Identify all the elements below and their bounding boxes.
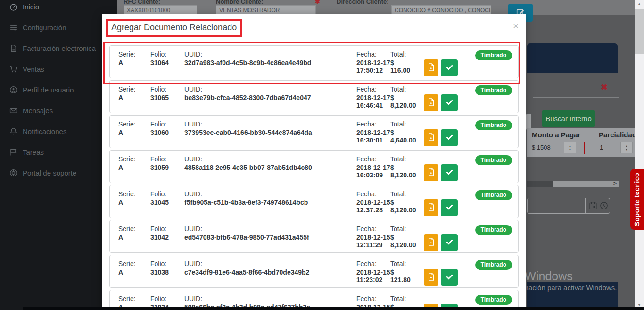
fecha-label: Fecha: <box>356 50 377 58</box>
check-icon <box>446 98 454 108</box>
fecha-date: 2018-12-15 <box>356 234 390 241</box>
file-pdf-icon <box>427 63 435 73</box>
status-badge: Timbrado <box>475 155 512 165</box>
uuid-input-edge[interactable] <box>526 114 531 130</box>
folio-value: 31060 <box>150 129 169 136</box>
required-asterisk-icon: ✱ <box>315 0 320 5</box>
fecha-date: 2018-12-17 <box>356 129 390 136</box>
vertical-scrollbar[interactable]: ▲ ▼ <box>635 0 644 310</box>
check-icon <box>446 203 454 212</box>
clock-icon[interactable] <box>600 201 608 210</box>
sidebar-item-tareas[interactable]: Tareas <box>0 145 117 166</box>
folio-label: Folio: <box>150 260 166 268</box>
monto-stepper[interactable]: ▲ ▼ <box>564 142 576 153</box>
folio-value: 31042 <box>150 234 169 241</box>
stepper-down-icon[interactable]: ▼ <box>569 148 572 151</box>
horizontal-scrollbar[interactable]: > <box>527 181 619 187</box>
sidebar-item-inicio[interactable]: Inicio <box>0 0 117 21</box>
document-row: Serie: A Folio: 31065 UUID: be83e79b-cfc… <box>109 80 519 113</box>
confirm-button[interactable] <box>441 269 458 286</box>
document-row: Serie: A Folio: 31060 UUID: 373953ec-cab… <box>109 115 519 148</box>
status-badge: Timbrado <box>475 190 512 200</box>
monto-a-pagar-header: Monto a Pagar <box>532 131 580 139</box>
serie-label: Serie: <box>118 225 136 233</box>
total-currency: $ <box>390 199 394 206</box>
remove-document-icon[interactable]: ✖ <box>601 82 608 92</box>
monto-a-pagar-input[interactable]: $ 1508 <box>532 144 551 151</box>
envelope-icon <box>9 107 18 115</box>
folio-value: 31045 <box>150 199 169 206</box>
flag-icon <box>9 148 18 157</box>
confirm-button[interactable] <box>441 199 458 216</box>
pdf-button[interactable] <box>424 269 438 286</box>
fecha-time: 16:03:09 <box>356 171 383 179</box>
pdf-button[interactable] <box>424 234 438 251</box>
file-pdf-icon <box>427 273 435 282</box>
scroll-up-icon[interactable]: ▲ <box>635 2 644 6</box>
fecha-time: 17:50:12 <box>356 67 383 74</box>
fecha-date: 2018-12-15 <box>356 268 390 276</box>
sidebar-item-perfil-de-usuario[interactable]: Perfil de usuario <box>0 83 117 104</box>
column-divider <box>595 128 595 157</box>
divider <box>102 40 526 40</box>
confirm-button[interactable] <box>441 94 458 111</box>
stepper-up-icon[interactable]: ▲ <box>569 144 572 148</box>
check-icon <box>446 133 454 142</box>
check-icon <box>446 273 454 282</box>
divider <box>533 97 619 98</box>
folio-value: 31059 <box>150 164 169 171</box>
folio-label: Folio: <box>150 295 166 302</box>
status-badge: Timbrado <box>475 85 512 95</box>
confirm-button[interactable] <box>441 59 458 76</box>
confirm-button[interactable] <box>441 164 458 181</box>
horizontal-scrollbar-thumb[interactable] <box>527 181 553 187</box>
check-icon <box>446 63 454 73</box>
direccion-label: Dirección Cliente: <box>337 0 389 5</box>
confirm-button[interactable] <box>441 129 458 146</box>
fecha-label: Fecha: <box>356 190 377 198</box>
pdf-button[interactable] <box>424 129 438 146</box>
status-badge: Timbrado <box>475 225 512 235</box>
validation-mark <box>584 142 585 154</box>
pdf-button[interactable] <box>424 164 438 181</box>
modal-close-icon[interactable]: × <box>513 21 519 31</box>
sidebar-item-notificaciones[interactable]: Notificaciones <box>0 125 117 145</box>
total-amount: 8,120.00 <box>390 241 416 249</box>
modal-title-highlight: Agregar Documento Relacionado <box>106 19 242 37</box>
folio-value: 31064 <box>150 59 169 67</box>
buscar-interno-button[interactable]: Buscar Interno <box>542 110 595 127</box>
vertical-scrollbar-thumb[interactable] <box>635 9 644 54</box>
pdf-button[interactable] <box>424 59 438 76</box>
sidebar-item-mensajes[interactable]: Mensajes <box>0 104 117 125</box>
stepper-up-icon[interactable]: ▲ <box>625 144 628 148</box>
serie-label: Serie: <box>118 85 136 93</box>
serie-value: A <box>118 129 136 136</box>
total-currency: $ <box>390 59 394 67</box>
rfc-label: RFC Cliente: <box>124 0 160 5</box>
parcialidad-stepper[interactable]: ▲ ▼ <box>620 142 633 153</box>
document-row: Serie: A Folio: 31045 UUID: f5fb905a-c51… <box>109 185 519 218</box>
fecha-time: 12:11:29 <box>356 241 382 249</box>
folio-label: Folio: <box>150 155 166 163</box>
parcialidad-input[interactable]: 1 <box>600 144 603 151</box>
confirm-button[interactable] <box>441 234 458 251</box>
sidebar-item-ventas[interactable]: Ventas <box>0 62 117 83</box>
datetime-input[interactable] <box>527 198 610 214</box>
pdf-button[interactable] <box>424 94 438 111</box>
sidebar-item-portal-de-soporte[interactable]: Portal de soporte <box>0 166 117 187</box>
total-label: Total: <box>390 50 406 58</box>
sidebar-item-facturaci-n-electronica[interactable]: Facturación electronica <box>0 42 117 62</box>
sidebar-item-label: Notificaciones <box>23 127 66 136</box>
sidebar-item-label: Perfil de usuario <box>23 86 74 94</box>
uuid-label: UUID: <box>184 50 202 58</box>
fecha-label: Fecha: <box>356 295 377 302</box>
soporte-tecnico-tab[interactable]: Soporte tecnico <box>630 169 644 230</box>
status-badge: Timbrado <box>475 120 512 130</box>
calendar-icon[interactable] <box>589 201 597 210</box>
fecha-label: Fecha: <box>356 85 377 93</box>
folio-label: Folio: <box>150 120 166 128</box>
pdf-button[interactable] <box>424 199 438 216</box>
stepper-down-icon[interactable]: ▼ <box>625 148 628 151</box>
scroll-right-icon[interactable]: > <box>613 180 617 187</box>
sidebar-item-configuraci-n[interactable]: Configuración <box>0 21 117 42</box>
